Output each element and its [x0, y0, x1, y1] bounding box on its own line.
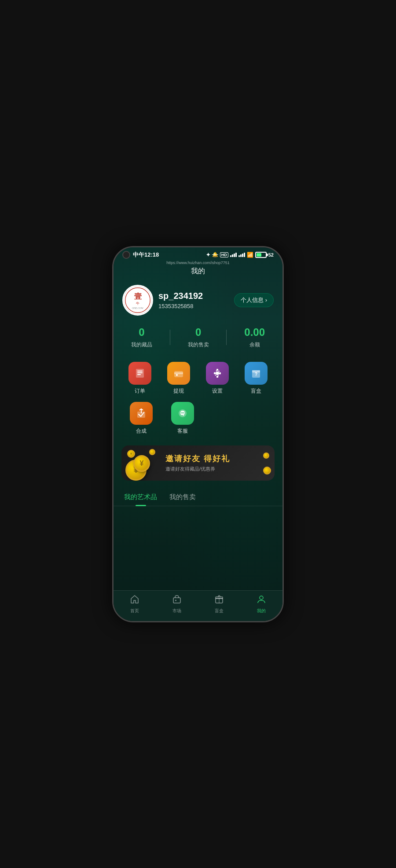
svg-rect-18	[216, 376, 218, 378]
signal-icon	[230, 252, 237, 258]
withdraw-label: 提现	[173, 387, 184, 395]
wifi-icon: 📶	[247, 252, 253, 258]
svg-rect-11	[174, 372, 183, 374]
menu-grid-row2: 合成 客服	[114, 402, 282, 444]
avatar-logo: 壹 牛 ONE.COW	[123, 286, 152, 315]
svg-point-13	[216, 371, 219, 375]
svg-rect-15	[214, 372, 216, 374]
withdraw-icon	[167, 362, 190, 385]
stat-collections[interactable]: 0 我的藏品	[131, 326, 152, 349]
status-right: ✦ 🔔 HD	[206, 252, 274, 258]
stat-value-balance: 0.00	[244, 326, 265, 338]
nav-item-market[interactable]: 市场	[156, 594, 198, 614]
blindbox-icon: ?	[245, 362, 268, 385]
status-time: 中午12:18	[133, 251, 159, 259]
invite-banner[interactable]: ¥ ¥ ¥ 邀请好友 得好礼 邀请好友得藏品/优惠券	[121, 445, 275, 481]
nav-item-blindbox[interactable]: 盲盒	[198, 594, 240, 614]
svg-rect-17	[216, 369, 218, 371]
mute-icon: 🔔	[212, 252, 218, 257]
service-icon	[171, 402, 194, 425]
settings-icon	[206, 362, 229, 385]
phone-screen: 中午12:18 ✦ 🔔 HD	[114, 247, 282, 621]
stat-label-collections: 我的藏品	[131, 341, 152, 349]
svg-rect-27	[173, 598, 180, 603]
svg-point-12	[176, 374, 178, 376]
svg-rect-8	[137, 372, 143, 373]
camera-dot	[122, 251, 130, 259]
compose-label: 合成	[136, 427, 147, 435]
tab-sell[interactable]: 我的售卖	[168, 489, 198, 506]
phone-number-text: 15353525858	[158, 303, 229, 309]
stat-balance[interactable]: 0.00 余额	[244, 326, 265, 349]
blindbox-label: 盲盒	[251, 387, 261, 395]
menu-item-compose[interactable]: 合成	[122, 402, 160, 435]
mine-icon	[257, 594, 266, 607]
menu-item-settings[interactable]: 设置	[200, 362, 235, 395]
settings-label: 设置	[212, 387, 223, 395]
bottom-nav: 首页 市场	[114, 590, 282, 621]
menu-item-blindbox[interactable]: ? 盲盒	[238, 362, 274, 395]
svg-rect-7	[137, 371, 143, 371]
svg-rect-9	[137, 374, 141, 375]
nav-label-market: 市场	[172, 608, 181, 614]
stat-divider-1	[170, 330, 170, 345]
username-text: sp_234192	[158, 291, 229, 301]
tabs-row: 我的艺术品 我的售卖	[114, 489, 282, 506]
svg-point-32	[260, 596, 263, 600]
nav-item-mine[interactable]: 我的	[240, 594, 282, 614]
url-bar: https://www.huizhan.com/ishop7751	[114, 261, 282, 266]
stat-divider-2	[226, 330, 227, 345]
stat-value-collections: 0	[139, 326, 144, 338]
svg-text:ONE.COW: ONE.COW	[132, 306, 144, 309]
svg-text:?: ?	[255, 372, 257, 377]
stat-label-balance: 余额	[249, 341, 260, 349]
banner-subtitle: 邀请好友得藏品/优惠券	[165, 466, 257, 472]
menu-grid-row1: 订单 提现	[114, 357, 282, 402]
scroll-content: 壹 牛 ONE.COW sp_234192 15353525858 个人信息 ›	[114, 280, 282, 590]
nav-label-mine: 我的	[257, 608, 266, 614]
blindbox-nav-icon	[214, 594, 224, 607]
tab-art[interactable]: 我的艺术品	[122, 489, 159, 506]
banner-text: 邀请好友 得好礼 邀请好友得藏品/优惠券	[161, 450, 261, 476]
avatar[interactable]: 壹 牛 ONE.COW	[122, 285, 153, 316]
orders-icon	[128, 362, 151, 385]
menu-item-service[interactable]: 客服	[164, 402, 202, 435]
svg-point-24	[181, 412, 182, 413]
orders-label: 订单	[135, 387, 145, 395]
empty-art-area	[114, 510, 282, 571]
svg-point-26	[183, 412, 184, 413]
profile-section: 壹 牛 ONE.COW sp_234192 15353525858 个人信息 ›	[114, 280, 282, 323]
svg-point-28	[175, 600, 176, 601]
menu-item-orders[interactable]: 订单	[122, 362, 158, 395]
hd-badge: HD	[220, 252, 228, 257]
banner-decoration: ¥ ¥ ¥	[121, 445, 161, 481]
menu-item-withdraw[interactable]: 提现	[161, 362, 196, 395]
status-left: 中午12:18	[122, 251, 159, 259]
svg-point-25	[182, 412, 183, 413]
signal2-icon	[238, 252, 245, 258]
svg-text:牛: 牛	[136, 301, 139, 305]
stat-sales[interactable]: 0 我的售卖	[188, 326, 209, 349]
battery-label: 52	[268, 252, 274, 257]
market-icon	[172, 594, 182, 607]
profile-info: sp_234192 15353525858	[158, 291, 229, 309]
bluetooth-icon: ✦	[206, 252, 210, 258]
service-label: 客服	[177, 427, 188, 435]
status-bar: 中午12:18 ✦ 🔔 HD	[114, 247, 282, 261]
stats-row: 0 我的藏品 0 我的售卖 0.00 余额	[114, 323, 282, 357]
nav-label-blindbox: 盲盒	[215, 608, 224, 614]
stat-label-sales: 我的售卖	[188, 341, 209, 349]
home-icon	[130, 594, 139, 607]
personal-info-button[interactable]: 个人信息 ›	[234, 293, 274, 307]
svg-text:壹: 壹	[134, 292, 142, 301]
battery-icon	[255, 252, 267, 258]
nav-item-home[interactable]: 首页	[114, 594, 156, 614]
stat-value-sales: 0	[195, 326, 201, 338]
svg-rect-16	[219, 372, 221, 374]
banner-title: 邀请好友 得好礼	[165, 453, 257, 464]
phone-frame: 中午12:18 ✦ 🔔 HD	[112, 246, 284, 622]
nav-label-home: 首页	[130, 608, 139, 614]
compose-icon	[130, 402, 153, 425]
page-title: 我的	[114, 266, 282, 280]
